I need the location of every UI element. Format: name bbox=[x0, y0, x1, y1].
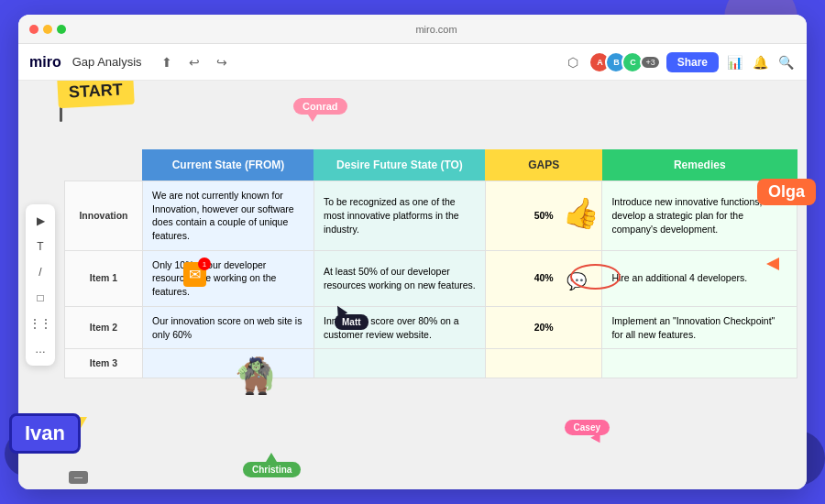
undo-icon[interactable]: ↩ bbox=[184, 52, 204, 72]
row-label: Item 2 bbox=[65, 306, 143, 348]
cell-current: Only 10% of our developer resources are … bbox=[142, 250, 314, 306]
text-tool[interactable]: T bbox=[29, 236, 51, 257]
conrad-cursor-area: Conrad bbox=[293, 97, 347, 122]
cursor-icon[interactable]: ⬡ bbox=[563, 52, 583, 72]
table-row: Item 2 Our innovation score on web site … bbox=[65, 306, 798, 348]
col-future-header: Desire Future State (TO) bbox=[314, 149, 485, 181]
alert-icon[interactable]: 🔔 bbox=[750, 52, 770, 72]
cell-future: At least 50% of our developer resources … bbox=[314, 250, 485, 306]
cell-remedies: Implement an "Innovation Checkpoint" for… bbox=[602, 306, 798, 348]
casey-label: Casey bbox=[565, 420, 610, 435]
stats-icon[interactable]: 📊 bbox=[724, 52, 744, 72]
miro-logo: miro bbox=[29, 54, 61, 71]
gap-analysis-table: Current State (FROM) Desire Future State… bbox=[64, 149, 798, 378]
table-row: Item 3 bbox=[65, 349, 798, 378]
col-gaps-header: GAPS bbox=[485, 149, 602, 181]
traffic-lights bbox=[29, 25, 66, 34]
minimize-button[interactable] bbox=[43, 25, 52, 34]
more-tool[interactable]: … bbox=[29, 338, 51, 360]
grid-tool[interactable]: ⋮⋮ bbox=[29, 312, 51, 334]
olga-pointer bbox=[766, 257, 779, 270]
table-row: Item 1 Only 10% of our developer resourc… bbox=[65, 250, 798, 306]
thumbsup-sticker: 👍 bbox=[561, 192, 603, 233]
olga-cursor-area bbox=[766, 257, 779, 270]
matt-cursor-area: Matt bbox=[335, 305, 368, 330]
start-flag-area: START bbox=[50, 81, 134, 106]
notification-badge: 1 bbox=[198, 257, 211, 270]
cell-gaps: 20% bbox=[485, 306, 602, 348]
canvas[interactable]: ▶ T / □ ⋮⋮ … Conrad START bbox=[18, 81, 807, 489]
start-banner: START bbox=[57, 81, 134, 108]
redo-icon[interactable]: ↪ bbox=[212, 52, 232, 72]
url-bar: miro.com bbox=[77, 24, 796, 35]
avatar-extra: +3 bbox=[640, 55, 660, 70]
cell-current bbox=[142, 349, 314, 378]
share-button[interactable]: Share bbox=[666, 52, 719, 72]
cell-remedies bbox=[602, 349, 798, 378]
search-icon[interactable]: 🔍 bbox=[776, 52, 796, 72]
olga-cursor-label: Olga bbox=[757, 179, 816, 205]
casey-cursor-area: Casey bbox=[565, 420, 610, 444]
row-label: Item 3 bbox=[65, 349, 143, 378]
page-indicator: — bbox=[69, 471, 88, 484]
monster-sticker: 🧌 bbox=[234, 356, 277, 396]
table-row: Innovation We are not currently known fo… bbox=[65, 181, 798, 251]
toolbar: miro Gap Analysis ⬆ ↩ ↪ ⬡ A B C +3 Share… bbox=[18, 44, 807, 81]
browser-topbar: miro.com bbox=[18, 15, 807, 44]
close-button[interactable] bbox=[29, 25, 38, 34]
conrad-label: Conrad bbox=[293, 98, 347, 115]
left-toolbar: ▶ T / □ ⋮⋮ … bbox=[26, 204, 55, 366]
conrad-arrow bbox=[308, 115, 317, 122]
col-current-header: Current State (FROM) bbox=[142, 149, 314, 181]
christina-pointer bbox=[266, 453, 277, 462]
pen-tool[interactable]: / bbox=[29, 261, 51, 283]
cell-future: To be recognized as one of the most inno… bbox=[314, 181, 485, 251]
board-name: Gap Analysis bbox=[72, 55, 142, 69]
browser-window: miro.com miro Gap Analysis ⬆ ↩ ↪ ⬡ A B C… bbox=[18, 15, 807, 489]
envelope-sticker: ✉ 1 bbox=[183, 262, 206, 287]
col-remedies-header: Remedies bbox=[602, 149, 798, 181]
gap-table-wrapper: START Current State (FROM) Desire Future… bbox=[64, 108, 798, 480]
avatar-group: A B C +3 bbox=[588, 51, 660, 73]
shape-tool[interactable]: □ bbox=[29, 287, 51, 309]
row-label: Innovation bbox=[65, 181, 143, 251]
cell-gaps bbox=[485, 349, 602, 378]
maximize-button[interactable] bbox=[57, 25, 66, 34]
cell-current: Our innovation score on web site is only… bbox=[142, 306, 314, 348]
oval-highlight bbox=[570, 264, 621, 290]
cell-current: We are not currently known for Innovatio… bbox=[142, 181, 314, 251]
col-label-header bbox=[65, 149, 143, 181]
christina-label: Christina bbox=[243, 462, 301, 477]
toolbar-right: ⬡ A B C +3 Share 📊 🔔 🔍 bbox=[563, 51, 796, 73]
row-label: Item 1 bbox=[65, 250, 143, 306]
select-tool[interactable]: ▶ bbox=[29, 210, 51, 232]
cell-future bbox=[314, 349, 485, 378]
upload-icon[interactable]: ⬆ bbox=[157, 52, 177, 72]
ivan-cursor-label: Ivan bbox=[9, 413, 81, 454]
christina-cursor-area: Christina bbox=[243, 453, 301, 477]
